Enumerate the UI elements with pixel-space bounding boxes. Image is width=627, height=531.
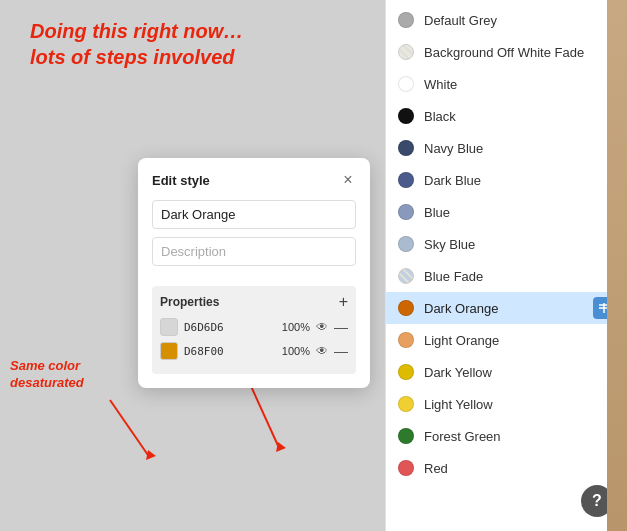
color-name-sky-blue: Sky Blue (424, 237, 615, 252)
color-item-dark-yellow[interactable]: Dark Yellow (386, 356, 627, 388)
color-name-white: White (424, 77, 615, 92)
color-item-bg-off-white-fade[interactable]: Background Off White Fade (386, 36, 627, 68)
annotation-same-color: Same color desaturated (10, 358, 110, 392)
color-item-dark-blue[interactable]: Dark Blue (386, 164, 627, 196)
svg-line-0 (110, 400, 150, 458)
left-panel: Doing this right now… lots of steps invo… (0, 0, 385, 531)
bg-image-hint (607, 0, 627, 531)
color-dot-sky-blue (398, 236, 414, 252)
color-name-dark-blue: Dark Blue (424, 173, 615, 188)
color-dot-blue (398, 204, 414, 220)
property-row-1: D6D6D6 100% 👁 — (160, 318, 348, 336)
color-item-sky-blue[interactable]: Sky Blue (386, 228, 627, 260)
color-item-red[interactable]: Red (386, 452, 627, 484)
color-dot-navy-blue (398, 140, 414, 156)
property-code-1: D6D6D6 (184, 321, 272, 334)
color-name-black: Black (424, 109, 615, 124)
color-swatch-2 (160, 342, 178, 360)
color-name-navy-blue: Navy Blue (424, 141, 615, 156)
color-item-blue-fade[interactable]: Blue Fade (386, 260, 627, 292)
color-name-default-grey: Default Grey (424, 13, 615, 28)
color-item-black[interactable]: Black (386, 100, 627, 132)
remove-property-2[interactable]: — (334, 343, 348, 359)
property-row-2: D68F00 100% 👁 — (160, 342, 348, 360)
color-dot-blue-fade (398, 268, 414, 284)
annotation-same-color-line2: desaturated (10, 375, 110, 392)
color-name-dark-yellow: Dark Yellow (424, 365, 615, 380)
color-dot-white (398, 76, 414, 92)
annotation-top-line2: lots of steps involved (30, 44, 243, 70)
color-name-dark-orange: Dark Orange (424, 301, 583, 316)
color-dot-dark-blue (398, 172, 414, 188)
visibility-icon-2[interactable]: 👁 (316, 344, 328, 358)
remove-property-1[interactable]: — (334, 319, 348, 335)
svg-marker-1 (146, 450, 156, 460)
color-dot-red (398, 460, 414, 476)
color-item-blue[interactable]: Blue (386, 196, 627, 228)
property-code-2: D68F00 (184, 345, 272, 358)
color-name-blue: Blue (424, 205, 615, 220)
color-name-red: Red (424, 461, 615, 476)
property-percent-2: 100% (278, 345, 310, 357)
color-item-light-orange[interactable]: Light Orange (386, 324, 627, 356)
color-item-dark-orange[interactable]: Dark Orange (386, 292, 627, 324)
color-name-light-orange: Light Orange (424, 333, 615, 348)
color-name-forest-green: Forest Green (424, 429, 615, 444)
color-item-white[interactable]: White (386, 68, 627, 100)
color-item-default-grey[interactable]: Default Grey (386, 4, 627, 36)
color-dot-light-orange (398, 332, 414, 348)
visibility-icon-1[interactable]: 👁 (316, 320, 328, 334)
color-dot-forest-green (398, 428, 414, 444)
modal-header: Edit style × (152, 172, 356, 188)
properties-section: Properties + D6D6D6 100% 👁 — D68F00 100%… (152, 286, 356, 374)
style-name-input[interactable] (152, 200, 356, 229)
color-name-blue-fade: Blue Fade (424, 269, 615, 284)
color-dot-light-yellow (398, 396, 414, 412)
color-dot-dark-orange (398, 300, 414, 316)
color-dot-black (398, 108, 414, 124)
svg-marker-3 (276, 442, 286, 452)
color-dot-default-grey (398, 12, 414, 28)
property-percent-1: 100% (278, 321, 310, 333)
close-button[interactable]: × (340, 172, 356, 188)
color-swatch-1 (160, 318, 178, 336)
color-item-light-yellow[interactable]: Light Yellow (386, 388, 627, 420)
annotation-top: Doing this right now… lots of steps invo… (30, 18, 243, 70)
color-dot-bg-off-white-fade (398, 44, 414, 60)
color-list: Default GreyBackground Off White FadeWhi… (386, 0, 627, 531)
right-panel: Default GreyBackground Off White FadeWhi… (385, 0, 627, 531)
add-property-button[interactable]: + (339, 294, 348, 310)
color-dot-dark-yellow (398, 364, 414, 380)
color-name-light-yellow: Light Yellow (424, 397, 615, 412)
annotation-same-color-line1: Same color (10, 358, 110, 375)
description-input[interactable] (152, 237, 356, 266)
properties-header: Properties + (160, 294, 348, 310)
annotation-top-line1: Doing this right now… (30, 18, 243, 44)
properties-label: Properties (160, 295, 219, 309)
modal-title: Edit style (152, 173, 210, 188)
color-item-navy-blue[interactable]: Navy Blue (386, 132, 627, 164)
edit-style-modal: Edit style × Properties + D6D6D6 100% 👁 … (138, 158, 370, 388)
color-name-bg-off-white-fade: Background Off White Fade (424, 45, 615, 60)
color-item-forest-green[interactable]: Forest Green (386, 420, 627, 452)
